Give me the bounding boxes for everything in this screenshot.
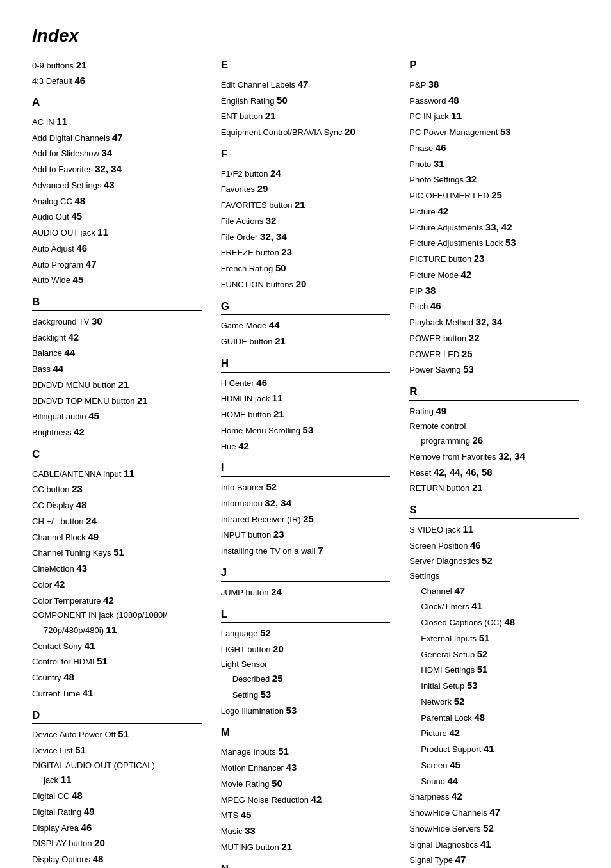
entry-english-rating: English Rating 50	[221, 93, 391, 109]
entry-reset: Reset 42, 44, 46, 58	[409, 465, 579, 481]
letter-l: L	[221, 607, 391, 623]
entry-country: Country 48	[32, 670, 202, 686]
entry-bddvd-top-menu: BD/DVD TOP MENU button 21	[32, 393, 202, 409]
entry-cinemotion: CineMotion 43	[32, 561, 202, 577]
entry-settings-channel: Channel 47	[409, 583, 579, 599]
entry-favorites: Favorites 29	[221, 181, 391, 197]
entry-manage-inputs: Manage Inputs 51	[221, 744, 391, 760]
section-h: H H Center 46 HDMI IN jack 11 HOME butto…	[221, 356, 391, 454]
letter-h: H	[221, 356, 391, 373]
section-f: F F1/F2 button 24 Favorites 29 FAVORITES…	[221, 147, 391, 293]
entry-picture: Picture 42	[409, 204, 579, 220]
letter-r: R	[409, 384, 579, 401]
entry-remote-control: Remote control	[409, 419, 579, 433]
entry-digital-audio-out: DIGITAL AUDIO OUT (OPTICAL)	[32, 759, 202, 772]
letter-b: B	[32, 294, 202, 311]
entry-digital-rating: Digital Rating 49	[32, 804, 202, 820]
entry-file-order: File Order 32, 34	[221, 229, 391, 245]
entry-add-for-slideshow: Add for Slideshow 34	[32, 145, 202, 161]
entry-photo: Photo 31	[409, 156, 579, 172]
entry-light-sensor-described: Described 25	[221, 671, 391, 687]
entry-channel-block: Channel Block 49	[32, 529, 202, 545]
entry-current-time: Current Time 41	[32, 686, 202, 702]
entry-settings-network: Network 52	[409, 694, 579, 710]
entry-picture-button: PICTURE button 23	[409, 251, 579, 267]
entry-auto-program: Auto Program 47	[32, 257, 202, 273]
entry-server-diagnostics: Server Diagnostics 52	[409, 553, 579, 569]
entry-input-button: INPUT button 23	[221, 527, 391, 543]
entry-backlight: Backlight 42	[32, 330, 202, 346]
entry-settings-parental-lock: Parental Lock 48	[409, 710, 579, 726]
letter-s: S	[409, 502, 579, 519]
section-i: I Info Banner 52 Information 32, 34 Infr…	[221, 460, 391, 559]
entry-movie-rating: Movie Rating 50	[221, 776, 391, 792]
section-r: R Rating 49 Remote control programming 2…	[409, 384, 579, 496]
entry-contact-sony: Contact Sony 41	[32, 638, 202, 654]
entry-pnp: P&P 38	[409, 77, 579, 93]
entry-pip: PIP 38	[409, 283, 579, 299]
entry-analog-cc: Analog CC 48	[32, 193, 202, 209]
entry-channel-tuning-keys: Channel Tuning Keys 51	[32, 545, 202, 561]
entry-bilingual-audio: Bilingual audio 45	[32, 408, 202, 424]
intro-items: 0-9 buttons 21 4:3 Default 46	[32, 58, 202, 88]
entry-bddvd-menu: BD/DVD MENU button 21	[32, 377, 202, 393]
section-j: J JUMP button 24	[221, 565, 391, 600]
entry-color: Color 42	[32, 577, 202, 593]
entry-f1-f2-button: F1/F2 button 24	[221, 166, 391, 182]
entry-s-video-jack: S VIDEO jack 11	[409, 522, 579, 538]
entry-guide-button: GUIDE button 21	[221, 334, 391, 350]
page-title: Index	[32, 26, 579, 46]
column-1: 0-9 buttons 21 4:3 Default 46 A AC IN 11…	[32, 58, 202, 868]
entry-installing-tv: Installing the TV on a wall 7	[221, 543, 391, 559]
entry-mts: MTS 45	[221, 807, 391, 823]
section-e: E Edit Channel Labels 47 English Rating …	[221, 58, 391, 140]
letter-d: D	[32, 708, 202, 725]
entry-cable-antenna: CABLE/ANTENNA input 11	[32, 466, 202, 482]
entry-color-temperature: Color Temperature 42	[32, 593, 202, 609]
entry-logo-illumination: Logo Illumination 53	[221, 703, 391, 719]
entry-information: Information 32, 34	[221, 495, 391, 511]
entry-picture-adjustments: Picture Adjustments 33, 42	[409, 220, 579, 236]
entry-power-button: POWER button 22	[409, 330, 579, 346]
entry-auto-wide: Auto Wide 45	[32, 272, 202, 288]
entry-power-saving: Power Saving 53	[409, 362, 579, 378]
entry-power-led: POWER LED 25	[409, 346, 579, 362]
entry-settings-picture: Picture 42	[409, 725, 579, 741]
entry-return-button: RETURN button 21	[409, 480, 579, 496]
entry-background-tv: Background TV 30	[32, 314, 202, 330]
entry-device-list: Device List 51	[32, 743, 202, 759]
entry-remove-from-favorites: Remove from Favorites 32, 34	[409, 449, 579, 465]
section-d: D Device Auto Power Off 51 Device List 5…	[32, 708, 202, 868]
entry-french-rating: French Rating 50	[221, 261, 391, 277]
entry-settings: Settings	[409, 569, 579, 583]
entry-ac-in: AC IN 11	[32, 114, 202, 130]
entry-hue: Hue 42	[221, 438, 391, 454]
column-2: E Edit Channel Labels 47 English Rating …	[221, 58, 391, 868]
entry-function-buttons: FUNCTION buttons 20	[221, 277, 391, 293]
entry-photo-settings: Photo Settings 32	[409, 172, 579, 188]
entry-game-mode: Game Mode 44	[221, 317, 391, 334]
entry-signal-diagnostics: Signal Diagnostics 41	[409, 837, 579, 853]
entry-settings-closed-captions: Closed Captions (CC) 48	[409, 615, 579, 631]
entry-home-button: HOME button 21	[221, 406, 391, 422]
entry-freeze-button: FREEZE button 23	[221, 245, 391, 261]
entry-motion-enhancer: Motion Enhancer 43	[221, 760, 391, 776]
entry-0-9-buttons: 0-9 buttons 21	[32, 58, 202, 73]
entry-settings-external-inputs: External Inputs 51	[409, 631, 579, 647]
entry-display-options: Display Options 48	[32, 851, 202, 867]
entry-add-to-favorites: Add to Favorites 32, 34	[32, 161, 202, 177]
entry-home-menu-scrolling: Home Menu Scrolling 53	[221, 422, 391, 438]
entry-playback-method: Playback Method 32, 34	[409, 314, 579, 330]
entry-muting-button: MUTING button 21	[221, 839, 391, 855]
entry-display-button: DISPLAY button 20	[32, 835, 202, 851]
entry-mpeg-noise: MPEG Noise Reduction 42	[221, 792, 391, 808]
entry-settings-screen: Screen 45	[409, 757, 579, 773]
letter-p: P	[409, 58, 579, 74]
letter-i: I	[221, 460, 391, 477]
entry-infrared-receiver: Infrared Receiver (IR) 25	[221, 511, 391, 527]
entry-component-in-jack-cont: 720p/480p/480i) 11	[32, 622, 202, 638]
letter-g: G	[221, 299, 391, 316]
entry-settings-product-support: Product Support 41	[409, 741, 579, 757]
entry-ch-button: CH +/– button 24	[32, 513, 202, 529]
section-p: P P&P 38 Password 48 PC IN jack 11 PC Po…	[409, 58, 579, 378]
